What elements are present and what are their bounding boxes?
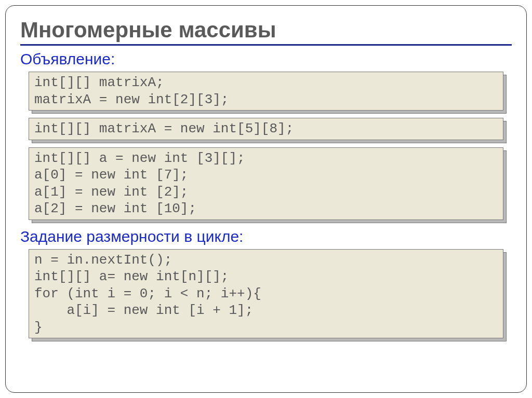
- slide-title: Многомерные массивы: [20, 18, 512, 42]
- code-block-3: int[][] a = new int [3][]; a[0] = new in…: [29, 147, 503, 220]
- code-block-4-wrap: n = in.nextInt(); int[][] a= new int[n][…: [29, 249, 503, 339]
- code-block-4: n = in.nextInt(); int[][] a= new int[n][…: [29, 249, 503, 339]
- code-block-1: int[][] matrixA; matrixA = new int[2][3]…: [29, 72, 503, 111]
- slide-frame: Многомерные массивы Объявление: int[][] …: [5, 5, 527, 393]
- code-block-2: int[][] matrixA = new int[5][8];: [29, 118, 503, 140]
- section-declaration: Объявление:: [20, 50, 512, 68]
- code-block-3-wrap: int[][] a = new int [3][]; a[0] = new in…: [29, 147, 503, 220]
- title-rule: [20, 44, 512, 46]
- section-loop-sizing: Задание размерности в цикле:: [20, 227, 512, 246]
- code-block-1-wrap: int[][] matrixA; matrixA = new int[2][3]…: [29, 72, 503, 111]
- code-block-2-wrap: int[][] matrixA = new int[5][8];: [29, 118, 503, 140]
